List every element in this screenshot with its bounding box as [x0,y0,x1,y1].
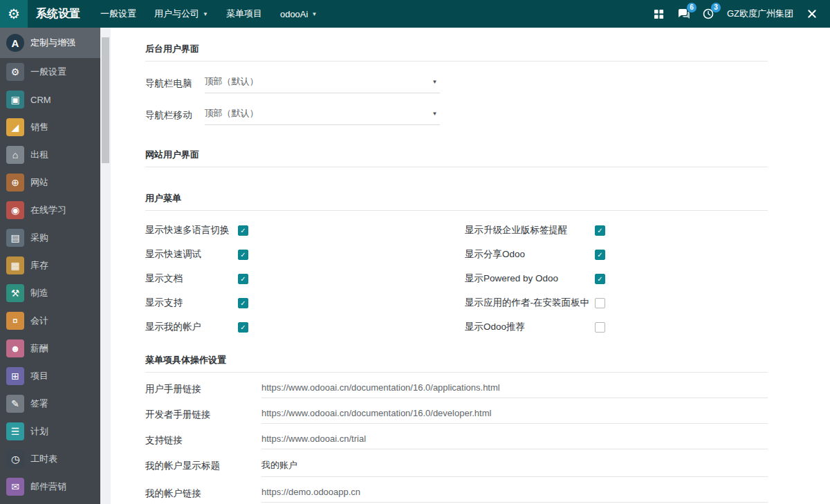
text-input[interactable]: https://www.odooai.cn/documentation/16.0… [261,382,768,398]
checkbox[interactable]: ✓ [238,322,248,333]
checkbox[interactable]: ✓ [238,225,248,236]
setting-label: 用户手册链接 [145,382,261,398]
email-marketing-icon: ✉ [6,478,24,496]
setting-input-row: 我的帐户链接https://demo.odooapp.cn [145,486,768,503]
app-title[interactable]: 系统设置 [28,7,91,21]
project-kanban-icon: ⊞ [6,367,24,385]
divider [145,372,768,373]
sidebar-item[interactable]: ▦库存 [0,252,100,279]
sidebar-item[interactable]: ▤采购 [0,224,100,252]
checkbox[interactable] [595,322,605,333]
setting-input-row: 用户手册链接https://www.odooai.cn/documentatio… [145,382,768,398]
odooai-logo-icon: A [6,34,24,52]
text-input[interactable]: 我的账户 [261,458,768,477]
activities-badge: 3 [711,3,721,12]
sidebar-item-label: 定制与增强 [30,37,75,49]
topbar-menu-item[interactable]: 用户与公司▼ [145,0,217,28]
sidebar-item[interactable]: ⚙一般设置 [0,58,100,86]
setting-checkbox-row: 显示文档✓ [145,272,465,285]
topbar-menu: 一般设置用户与公司▼菜单项目odooAi▼ [91,0,326,28]
input-line: https://demo.odooapp.cn [261,486,768,503]
checkbox[interactable] [595,298,605,308]
checkbox[interactable]: ✓ [238,274,248,284]
sidebar-item-label: 会计 [30,315,48,327]
dropdown-select[interactable]: 顶部（默认）▼ [205,105,440,125]
setting-checkbox-row: 显示Powered by Odoo✓ [465,272,605,285]
checkbox[interactable]: ✓ [238,298,248,308]
setting-label: 显示快速调试 [145,248,238,261]
checkbox[interactable]: ✓ [595,274,605,284]
checkbox[interactable]: ✓ [238,250,248,260]
text-input[interactable]: https://demo.odooapp.cn [261,486,768,503]
checkbox[interactable]: ✓ [595,225,605,236]
gear-logo-icon: ⚙ [8,6,20,22]
crm-icon: ▣ [6,91,24,109]
sidebar-item[interactable]: ☻薪酬 [0,335,100,362]
scrollbar-thumb[interactable] [102,37,109,163]
topbar-menu-item[interactable]: odooAi▼ [271,0,326,28]
sidebar-item[interactable]: ☰计划 [0,418,100,445]
setting-label: 显示快速多语言切换 [145,224,238,236]
topbar-menu-item[interactable]: 一般设置 [91,0,145,28]
sidebar-item-label: 库存 [30,259,48,272]
topbar-right: 6 3 GZ欧度广州集团 [654,8,830,20]
messages-icon[interactable]: 6 [677,8,690,19]
dropdown-select[interactable]: 顶部（默认）▼ [205,73,440,93]
setting-dropdown-row: 导航栏移动顶部（默认）▼ [145,105,768,125]
topbar: ⚙ 系统设置 一般设置用户与公司▼菜单项目odooAi▼ 6 3 GZ欧度广州集… [0,0,830,28]
sidebar-item[interactable]: ✉邮件营销 [0,473,100,501]
manufacturing-wrench-icon: ⚒ [6,284,24,302]
topbar-menu-item[interactable]: 菜单项目 [217,0,271,28]
app-logo[interactable]: ⚙ [0,0,28,28]
setting-value-area: https://www.odooai.cn/documentation/16.0… [261,382,768,398]
text-input[interactable]: https://www.odooai.cn/trial [261,433,768,449]
messages-badge: 6 [687,3,697,12]
apps-grid-icon[interactable] [654,9,664,19]
setting-input-row: 我的帐户显示标题我的账户 [145,458,768,477]
sidebar-item[interactable]: ⌂出租 [0,141,100,169]
sidebar-item[interactable]: ▣CRM [0,86,100,113]
sidebar-item[interactable]: ⚒制造 [0,279,100,307]
checkbox-column-right: 显示升级企业版标签提醒✓显示分享Odoo✓显示Powered by Odoo✓显… [465,224,605,333]
setting-label: 显示我的帐户 [145,321,238,333]
website-globe-icon: ⊕ [6,174,24,192]
sidebar-item-label: 出租 [30,149,48,161]
setting-checkbox-row: 显示Odoo推荐 [465,321,605,333]
sidebar-item[interactable]: ◷工时表 [0,445,100,473]
section-title-website-ui: 网站用户界面 [145,149,768,161]
sidebar-item-label: CRM [30,95,51,105]
sidebar-item[interactable]: ✎签署 [0,390,100,418]
checkbox-column-left: 显示快速多语言切换✓显示快速调试✓显示文档✓显示支持✓显示我的帐户✓ [145,224,465,333]
setting-value-area: 我的账户 [261,458,768,477]
dropdown-selected-value: 顶部（默认） [205,107,259,120]
activities-clock-icon[interactable]: 3 [703,8,714,19]
sidebar-item[interactable]: ◢销售 [0,113,100,141]
sidebar-item-label: 邮件营销 [30,480,66,493]
divider [145,61,768,62]
sidebar-item-label: 项目 [30,370,48,382]
sidebar-item[interactable]: ◉在线学习 [0,196,100,224]
sidebar-item[interactable]: ¤会计 [0,307,100,335]
setting-input-row: 支持链接https://www.odooai.cn/trial [145,433,768,449]
setting-label: 显示应用的作者-在安装面板中 [465,297,595,309]
sidebar-item-label: 采购 [30,232,48,244]
timesheet-clock-icon: ◷ [6,450,24,468]
setting-label: 我的帐户链接 [145,486,261,503]
content-scrollbar[interactable] [100,28,111,504]
input-line: https://www.odooai.cn/trial [261,433,768,449]
setting-dropdown-row: 导航栏电脑顶部（默认）▼ [145,73,768,93]
setting-label: 显示分享Odoo [465,248,595,261]
sidebar-item[interactable]: ⊕网站 [0,169,100,196]
setting-label: 显示Powered by Odoo [465,272,595,285]
sidebar-item[interactable]: A定制与增强 [0,28,100,58]
setting-label: 显示Odoo推荐 [465,321,595,333]
setting-value-area: https://demo.odooapp.cn [261,486,768,503]
text-input[interactable]: https://www.odooai.cn/documentation/16.0… [261,407,768,424]
input-rows: 用户手册链接https://www.odooai.cn/documentatio… [145,382,768,504]
user-menu[interactable]: GZ欧度广州集团 [727,8,793,20]
section-title-menu-settings: 菜单项具体操作设置 [145,354,768,366]
tools-icon[interactable] [806,8,818,19]
sidebar-item[interactable]: ⊞项目 [0,362,100,390]
checkbox[interactable]: ✓ [595,250,605,260]
setting-label: 显示支持 [145,297,238,309]
